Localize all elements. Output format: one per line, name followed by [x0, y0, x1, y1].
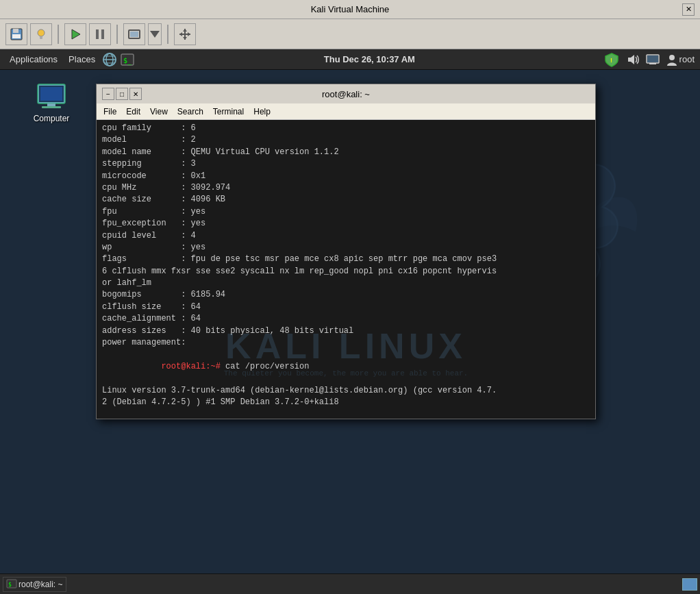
- terminal-window: − □ ✕ root@kali: ~ File Edit View Search: [96, 84, 596, 419]
- terminal-info-line: cache size : 4096 KB: [102, 194, 590, 206]
- kali-top-panel: Applications Places $_: [0, 49, 700, 70]
- toolbar-integration-button[interactable]: [174, 23, 196, 45]
- svg-rect-2: [12, 34, 21, 38]
- svg-rect-4: [40, 36, 42, 39]
- terminal-maximize-button[interactable]: □: [116, 88, 128, 100]
- panel-left: Applications Places $_: [5, 52, 135, 67]
- terminal-info-line: cpu MHz : 3092.974: [102, 182, 590, 194]
- terminal-info-line: address sizes : 40 bits physical, 48 bit…: [102, 325, 590, 337]
- terminal-content[interactable]: cpu family : 6model : 2model name : QEMU…: [97, 120, 595, 419]
- svg-marker-14: [183, 37, 187, 40]
- terminal-version-line: Linux version 3.7-trunk-amd64 (debian-ke…: [102, 385, 590, 397]
- terminal-menu-search[interactable]: Search: [173, 106, 208, 118]
- svg-rect-30: [647, 55, 658, 62]
- kali-taskbar: $ root@kali: ~: [0, 573, 700, 594]
- terminal-output: Linux version 3.7-trunk-amd64 (debian-ke…: [102, 385, 590, 409]
- toolbar-separator-1: [58, 25, 59, 44]
- toolbar-dropdown-button[interactable]: [148, 23, 162, 45]
- svg-text:$_: $_: [123, 57, 132, 65]
- terminal-window-buttons: − □ ✕: [102, 88, 142, 100]
- toolbar-separator-3: [167, 25, 168, 44]
- taskbar-terminal-item[interactable]: $ root@kali: ~: [3, 577, 66, 592]
- svg-rect-6: [96, 29, 99, 39]
- svg-marker-5: [72, 29, 80, 39]
- terminal-menu-view[interactable]: View: [146, 106, 172, 118]
- terminal-titlebar: − □ ✕ root@kali: ~: [97, 84, 595, 103]
- svg-rect-35: [47, 103, 55, 106]
- taskbar-terminal-icon: $: [6, 579, 17, 590]
- vm-window: Kali Virtual Machine ✕: [0, 0, 700, 594]
- terminal-close-button[interactable]: ✕: [129, 88, 142, 100]
- svg-rect-7: [101, 29, 104, 39]
- terminal-info-line: bogomips : 6185.94: [102, 289, 590, 301]
- terminal-info-line: fpu_exception : yes: [102, 218, 590, 230]
- terminal-info-line: cache_alignment : 64: [102, 313, 590, 325]
- terminal-info-line: wp : yes: [102, 242, 590, 253]
- terminal-output-lines: cpu family : 6model : 2model name : QEMU…: [102, 123, 590, 349]
- terminal-info-line: or lahf_lm: [102, 277, 590, 289]
- terminal-command-prompt: root@kali:~#: [161, 362, 225, 371]
- panel-globe-icon[interactable]: [102, 52, 117, 67]
- terminal-info-line: 6 clflush mmx fxsr sse sse2 syscall nx l…: [102, 266, 590, 277]
- svg-rect-34: [40, 87, 62, 101]
- vm-toolbar: [0, 19, 700, 49]
- taskbar-terminal-label: root@kali: ~: [18, 580, 63, 589]
- panel-terminal-icon[interactable]: $_: [120, 52, 135, 67]
- terminal-command-line: root@kali:~# cat /proc/version: [102, 349, 590, 384]
- terminal-menubar: File Edit View Search Terminal Help: [97, 103, 595, 120]
- toolbar-pause-button[interactable]: [89, 23, 111, 45]
- svg-text:!: !: [610, 57, 612, 64]
- terminal-info-line: fpu : yes: [102, 206, 590, 218]
- svg-rect-36: [42, 106, 61, 108]
- svg-point-3: [38, 29, 45, 36]
- panel-speaker-icon[interactable]: [625, 52, 640, 67]
- svg-marker-15: [179, 32, 182, 36]
- svg-marker-10: [150, 31, 160, 38]
- vm-title: Kali Virtual Machine: [18, 4, 682, 14]
- panel-user-icon: [666, 53, 678, 66]
- kali-desktop: Applications Places $_: [0, 49, 700, 594]
- svg-marker-13: [183, 29, 187, 32]
- terminal-menu-terminal[interactable]: Terminal: [209, 106, 248, 118]
- vm-titlebar: Kali Virtual Machine ✕: [0, 0, 700, 19]
- svg-marker-27: [628, 55, 634, 64]
- panel-username[interactable]: root: [679, 54, 695, 64]
- vm-close-button[interactable]: ✕: [682, 3, 695, 16]
- computer-icon-image: [35, 84, 68, 111]
- desktop-icon-label: Computer: [34, 114, 70, 123]
- terminal-info-line: cpuid level : 4: [102, 230, 590, 242]
- panel-applications-menu[interactable]: Applications: [5, 53, 62, 66]
- svg-marker-16: [188, 32, 190, 36]
- panel-datetime: Thu Dec 26, 10:37 AM: [135, 54, 603, 64]
- panel-security-icon[interactable]: !: [604, 52, 619, 67]
- taskbar-workspace[interactable]: [682, 578, 697, 591]
- terminal-info-line: flags : fpu de pse tsc msr pae mce cx8 a…: [102, 253, 590, 265]
- panel-network-icon[interactable]: [645, 52, 660, 67]
- toolbar-save-button[interactable]: [5, 23, 27, 45]
- terminal-info-line: clflush size : 64: [102, 301, 590, 313]
- svg-rect-9: [130, 32, 138, 37]
- terminal-menu-edit[interactable]: Edit: [122, 106, 145, 118]
- panel-places-menu[interactable]: Places: [64, 53, 99, 66]
- svg-point-31: [669, 55, 675, 60]
- toolbar-separator-2: [116, 25, 118, 44]
- terminal-version-line: 2 (Debian 4.7.2-5) ) #1 SMP Debian 3.7.2…: [102, 397, 590, 408]
- terminal-info-line: model name : QEMU Virtual CPU version 1.…: [102, 147, 590, 158]
- terminal-menu-help[interactable]: Help: [249, 106, 275, 118]
- terminal-final-prompt-line: root@kali:~#: [102, 408, 590, 419]
- terminal-info-line: cpu family : 6: [102, 123, 590, 134]
- terminal-info-line: model : 2: [102, 134, 590, 146]
- terminal-minimize-button[interactable]: −: [102, 88, 114, 100]
- panel-right: !: [604, 52, 695, 67]
- terminal-title: root@kali: ~: [142, 89, 550, 99]
- taskbar-right: [682, 578, 697, 591]
- terminal-info-line: stepping : 3: [102, 158, 590, 170]
- toolbar-fullscreen-button[interactable]: [123, 23, 145, 45]
- svg-rect-29: [649, 63, 656, 64]
- toolbar-play-button[interactable]: [64, 23, 86, 45]
- desktop-icon-computer[interactable]: Computer: [27, 84, 75, 123]
- toolbar-help-button[interactable]: [30, 23, 52, 45]
- desktop-area: Computer − □ ✕ root@kali: ~: [0, 70, 700, 573]
- terminal-menu-file[interactable]: File: [99, 106, 121, 118]
- terminal-info-line: power management:: [102, 337, 590, 349]
